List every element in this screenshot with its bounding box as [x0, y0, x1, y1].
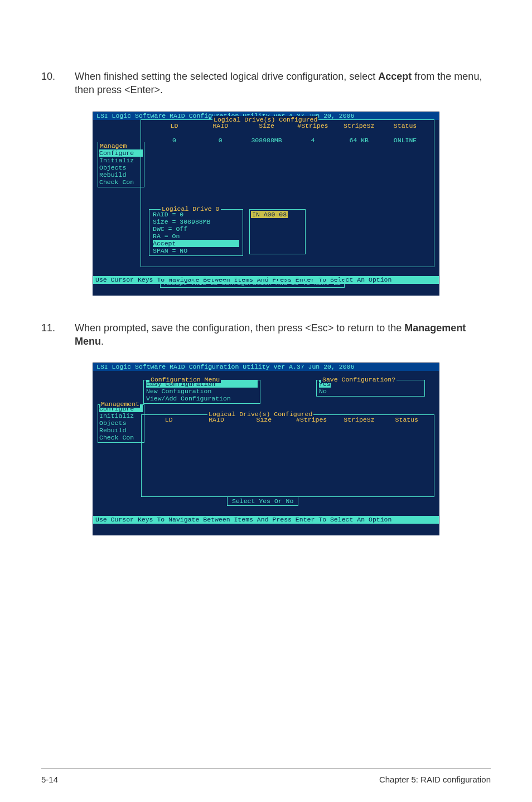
sidebar-item-checkcon[interactable]: Check Con	[99, 178, 143, 186]
col-stripes: #Stripes	[289, 122, 336, 129]
sidebar-item-initialize[interactable]: Initializ	[99, 157, 143, 164]
cfg-menu-title: Configuration Menu	[149, 376, 221, 383]
cfg-item-new[interactable]: New Configuration	[146, 388, 258, 395]
ld-row: 0 0 308988MB 4 64 KB ONLINE	[151, 137, 428, 144]
col-ld: LD	[145, 416, 192, 423]
save-configuration-dialog[interactable]: Save Configuration? Yes No	[316, 380, 425, 397]
select-yes-no-prompt: Select Yes Or No	[227, 496, 298, 506]
sidebar-title: Managem	[99, 142, 127, 149]
cell-status: ONLINE	[382, 137, 428, 144]
footer-page-number: 5-14	[41, 775, 58, 784]
save-option-no[interactable]: No	[319, 388, 422, 395]
sidebar-item-objects[interactable]: Objects	[99, 164, 143, 171]
step-text: When prompted, save the configuration, t…	[75, 321, 491, 349]
terminal-1-body: Managem Configure Initializ Objects Rebu…	[93, 120, 439, 276]
step-11: 11. When prompted, save the configuratio…	[41, 321, 491, 349]
sidebar-title: Management	[100, 400, 140, 408]
accept-prompt[interactable]: Accept This LD Configuration And Go To N…	[160, 278, 345, 288]
sidebar-item-configure[interactable]: Configure	[99, 149, 143, 157]
cell-stripes: 4	[289, 137, 336, 144]
step-number: 11.	[41, 321, 75, 335]
terminal-2-body: Management Configure Initializ Objects R…	[93, 371, 439, 516]
footer-rule	[41, 768, 491, 769]
management-sidebar[interactable]: Management Configure Initializ Objects R…	[98, 404, 144, 443]
ldbox-line-span[interactable]: SPAN = NO	[153, 247, 239, 254]
step-text-before: When finished setting the selected logic…	[75, 71, 378, 82]
col-ld: LD	[151, 122, 197, 129]
port-box: IN A00-03	[249, 209, 306, 254]
step-text-after: .	[101, 336, 104, 347]
terminal-1: LSI Logic Software RAID Configuration Ut…	[93, 112, 439, 296]
sidebar-item-rebuild[interactable]: Rebuild	[99, 427, 143, 434]
sidebar-item-checkcon[interactable]: Check Con	[99, 434, 143, 441]
save-dialog-title: Save Configuration?	[321, 376, 396, 383]
col-stripesz: StripeSz	[335, 416, 383, 423]
col-stripesz: StripeSz	[336, 122, 382, 129]
ldbox-line-accept[interactable]: Accept	[153, 240, 239, 247]
cell-ld: 0	[151, 137, 197, 144]
ld-configured-panel: Logical Drive(s) Configured LD RAID Size…	[141, 414, 434, 497]
ldbox-line-ra[interactable]: RA = On	[153, 233, 239, 240]
sidebar-item-objects[interactable]: Objects	[99, 419, 143, 427]
footer-chapter: Chapter 5: RAID configuration	[379, 775, 491, 784]
sidebar-item-initialize[interactable]: Initializ	[99, 412, 143, 419]
step-text-before: When prompted, save the configuration, t…	[75, 322, 404, 334]
ld-configured-title: Logical Drive(s) Configured	[207, 410, 313, 418]
ldbox-title: Logical Drive 0	[161, 205, 221, 212]
cell-raid: 0	[197, 137, 244, 144]
ldbox-line-dwc[interactable]: DWC = Off	[153, 225, 239, 233]
port-label: IN A00-03	[251, 211, 288, 218]
step-10: 10. When finished setting the selected l…	[41, 70, 491, 97]
configuration-menu[interactable]: Configuration Menu Easy Configuration Ne…	[143, 380, 260, 404]
cell-size: 308988MB	[244, 137, 290, 144]
step-number: 10.	[41, 70, 75, 83]
logical-drive-0-box[interactable]: Logical Drive 0 RAID = 0 Size = 308988MB…	[149, 209, 243, 256]
col-raid: RAID	[197, 122, 244, 129]
management-sidebar[interactable]: Managem Configure Initializ Objects Rebu…	[98, 142, 144, 187]
col-status: Status	[383, 416, 431, 423]
cell-stripesz: 64 KB	[336, 137, 382, 144]
cfg-item-viewadd[interactable]: View/Add Configuration	[146, 395, 258, 402]
terminal-2: LSI Logic Software RAID Configuration Ut…	[93, 363, 439, 535]
terminal-footbar: Use Cursor Keys To Navigate Between Item…	[93, 516, 439, 524]
col-status: Status	[382, 122, 428, 129]
step-text: When finished setting the selected logic…	[75, 70, 491, 97]
step-text-bold: Accept	[378, 71, 412, 82]
ld-column-headers: LD RAID Size #Stripes StripeSz Status	[151, 122, 428, 129]
sidebar-item-rebuild[interactable]: Rebuild	[99, 171, 143, 178]
terminal-titlebar: LSI Logic Software RAID Configuration Ut…	[93, 363, 439, 371]
col-size: Size	[244, 122, 290, 129]
page-footer: 5-14 Chapter 5: RAID configuration	[41, 775, 491, 784]
ldbox-line-size[interactable]: Size = 308988MB	[153, 218, 239, 225]
